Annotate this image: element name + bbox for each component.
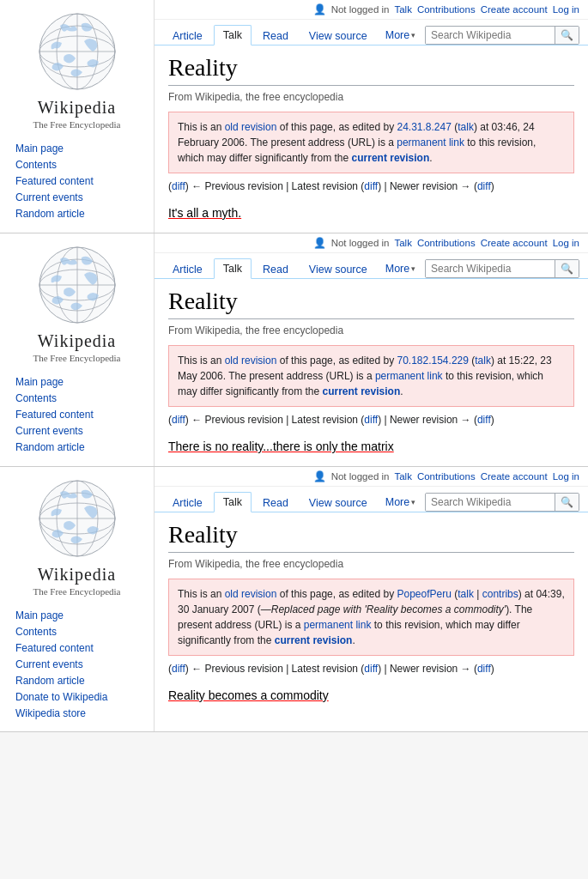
old-revision-link-2[interactable]: old revision <box>225 355 277 367</box>
diff-link-3b[interactable]: diff <box>364 663 378 675</box>
not-logged-in-3: Not logged in <box>331 471 390 482</box>
sidebar-item-contents-2[interactable]: Contents <box>15 392 57 404</box>
diff-link-2b[interactable]: diff <box>364 414 378 426</box>
sidebar-item-featured-3[interactable]: Featured content <box>15 642 94 654</box>
person-icon-1: 👤 <box>313 3 326 15</box>
not-logged-in-2: Not logged in <box>331 238 390 248</box>
search-input-1[interactable] <box>426 27 555 44</box>
contributions-link-2[interactable]: Contributions <box>417 238 476 248</box>
wiki-globe-1 <box>34 9 120 94</box>
sidebar-item-events-3[interactable]: Current events <box>15 658 83 670</box>
permanent-link-1[interactable]: permanent link <box>397 136 464 149</box>
tab-view-source-3[interactable]: View source <box>300 493 377 512</box>
talk-link-1[interactable]: Talk <box>394 4 411 15</box>
tab-view-source-2[interactable]: View source <box>300 259 377 279</box>
main-content-3: 👤 Not logged in Talk Contributions Creat… <box>155 467 588 731</box>
current-revision-link-2[interactable]: current revision <box>323 385 401 397</box>
talk-link-rev-3[interactable]: talk <box>458 588 474 600</box>
sidebar-item-main-page-3[interactable]: Main page <box>15 609 64 621</box>
tab-talk-2[interactable]: Talk <box>214 258 252 279</box>
wiki-title-3: Wikipedia <box>38 565 117 585</box>
not-logged-in-1: Not logged in <box>331 4 390 15</box>
sidebar-item-random-2[interactable]: Random article <box>15 441 85 453</box>
diff-line-1: (diff) ← Previous revision | Latest revi… <box>168 180 574 192</box>
sidebar-item-events-2[interactable]: Current events <box>15 425 83 437</box>
tab-more-3[interactable]: More ▾ <box>379 493 422 512</box>
old-revision-link-3[interactable]: old revision <box>225 588 277 600</box>
wiki-title-1: Wikipedia <box>38 98 117 118</box>
tab-read-2[interactable]: Read <box>253 259 298 279</box>
person-icon-2: 👤 <box>313 237 326 249</box>
search-input-2[interactable] <box>426 260 555 277</box>
current-revision-link-1[interactable]: current revision <box>352 152 430 164</box>
sidebar-item-contents-1[interactable]: Contents <box>15 159 57 171</box>
diff-link-3c[interactable]: diff <box>477 663 491 675</box>
talk-link-2[interactable]: Talk <box>394 238 411 248</box>
sidebar-item-events-1[interactable]: Current events <box>15 191 83 203</box>
sidebar-nav-1: Main page Contents Featured content Curr… <box>7 142 147 223</box>
chevron-down-icon-2: ▾ <box>411 264 415 273</box>
log-in-link-2[interactable]: Log in <box>553 238 579 248</box>
search-button-3[interactable]: 🔍 <box>555 494 579 511</box>
contributions-link-1[interactable]: Contributions <box>417 4 476 15</box>
tab-article-1[interactable]: Article <box>163 26 212 45</box>
tab-article-2[interactable]: Article <box>163 259 212 279</box>
tab-read-1[interactable]: Read <box>253 26 298 45</box>
create-account-link-2[interactable]: Create account <box>481 238 548 248</box>
permanent-link-2[interactable]: permanent link <box>375 370 443 382</box>
from-wikipedia-2: From Wikipedia, the free encyclopedia <box>168 324 574 336</box>
sidebar-item-donate-3[interactable]: Donate to Wikipedia <box>15 691 107 703</box>
talk-link-rev-2[interactable]: talk <box>475 355 491 367</box>
log-in-link-3[interactable]: Log in <box>553 471 579 482</box>
diff-link-3a[interactable]: diff <box>172 663 185 675</box>
permanent-link-3[interactable]: permanent link <box>304 619 372 631</box>
diff-link-2c[interactable]: diff <box>477 414 491 426</box>
from-wikipedia-3: From Wikipedia, the free encyclopedia <box>168 558 574 570</box>
talk-link-3[interactable]: Talk <box>394 471 411 482</box>
search-button-2[interactable]: 🔍 <box>555 260 579 277</box>
wiki-instance-3: Wikipedia The Free Encyclopedia Main pag… <box>0 467 588 732</box>
top-bar-2: 👤 Not logged in Talk Contributions Creat… <box>155 233 588 253</box>
tab-read-3[interactable]: Read <box>253 493 298 512</box>
tab-view-source-1[interactable]: View source <box>300 26 377 45</box>
search-input-3[interactable] <box>426 494 555 511</box>
contribs-link-3[interactable]: contribs <box>482 588 518 600</box>
tab-talk-1[interactable]: Talk <box>214 25 252 45</box>
diff-link-1[interactable]: diff <box>172 180 185 192</box>
sidebar-item-featured-1[interactable]: Featured content <box>15 175 94 187</box>
tab-more-1[interactable]: More ▾ <box>379 26 422 45</box>
person-icon-3: 👤 <box>313 470 326 482</box>
user-link-3[interactable]: PopeofPeru <box>397 588 451 600</box>
sidebar-item-featured-2[interactable]: Featured content <box>15 409 94 421</box>
article-title-2: Reality <box>168 288 574 319</box>
diff-link-1c[interactable]: diff <box>477 180 491 192</box>
sidebar-item-contents-3[interactable]: Contents <box>15 626 57 638</box>
sidebar-item-random-1[interactable]: Random article <box>15 208 85 220</box>
tab-talk-3[interactable]: Talk <box>214 492 252 512</box>
talk-link-rev-1[interactable]: talk <box>458 121 474 133</box>
sidebar-item-main-page-2[interactable]: Main page <box>15 376 64 388</box>
log-in-link-1[interactable]: Log in <box>553 4 579 15</box>
tab-article-3[interactable]: Article <box>163 493 212 512</box>
create-account-link-3[interactable]: Create account <box>481 471 548 482</box>
create-account-link-1[interactable]: Create account <box>481 4 548 15</box>
diff-link-2a[interactable]: diff <box>172 414 185 426</box>
wiki-subtitle-3: The Free Encyclopedia <box>33 586 120 597</box>
old-revision-link-1[interactable]: old revision <box>225 121 277 133</box>
sidebar-item-main-page-1[interactable]: Main page <box>15 142 64 155</box>
tab-more-2[interactable]: More ▾ <box>379 259 422 278</box>
sidebar-item-random-3[interactable]: Random article <box>15 675 85 687</box>
ip-link-1[interactable]: 24.31.8.247 <box>397 121 451 133</box>
contributions-link-3[interactable]: Contributions <box>417 471 476 482</box>
sidebar-3: Wikipedia The Free Encyclopedia Main pag… <box>0 467 155 731</box>
main-content-2: 👤 Not logged in Talk Contributions Creat… <box>155 233 588 466</box>
search-button-1[interactable]: 🔍 <box>555 27 579 44</box>
diff-link-1b[interactable]: diff <box>364 180 378 192</box>
sidebar-2: Wikipedia The Free Encyclopedia Main pag… <box>0 233 155 466</box>
article-title-1: Reality <box>168 54 574 86</box>
vandal-text-1: It's all a myth. <box>168 206 241 220</box>
tab-bar-1: Article Talk Read View source More ▾ 🔍 <box>155 20 588 45</box>
ip-link-2[interactable]: 70.182.154.229 <box>397 355 468 367</box>
sidebar-item-store-3[interactable]: Wikipedia store <box>15 707 86 719</box>
current-revision-link-3[interactable]: current revision <box>275 634 353 646</box>
